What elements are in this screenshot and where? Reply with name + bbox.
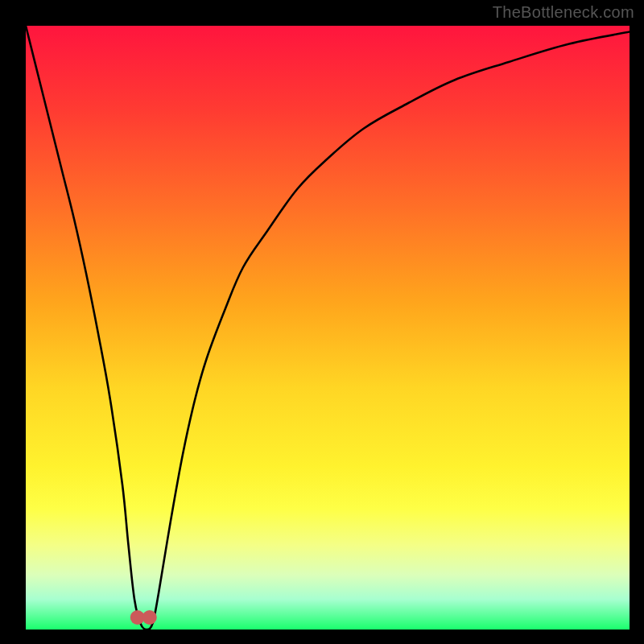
bottleneck-curve (26, 26, 630, 630)
plot-area (26, 26, 630, 630)
curve-path (26, 26, 630, 630)
minimum-marker-1 (142, 610, 157, 625)
attribution-watermark: TheBottleneck.com (493, 3, 634, 22)
